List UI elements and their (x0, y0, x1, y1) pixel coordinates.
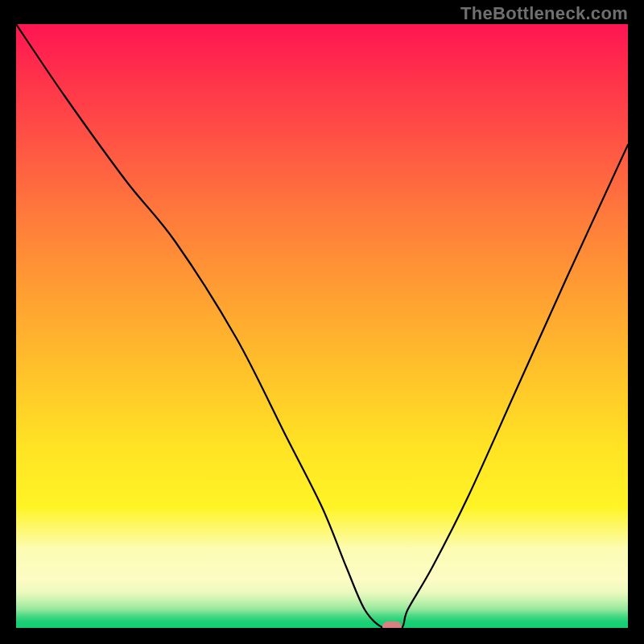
bottleneck-curve (16, 24, 628, 628)
chart-area (16, 24, 628, 628)
watermark-label: TheBottleneck.com (460, 3, 628, 24)
optimal-marker (382, 621, 402, 628)
